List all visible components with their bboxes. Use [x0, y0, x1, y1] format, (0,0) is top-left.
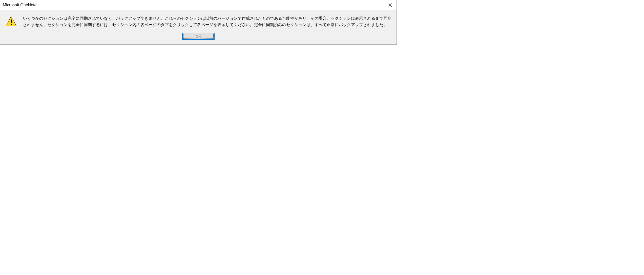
message-row: いくつかのセクションは完全に同期されていなく、バックアップできません。これらのセ… [5, 15, 391, 28]
dialog-title: Microsoft OneNote [3, 3, 36, 7]
close-icon [388, 3, 392, 7]
svg-rect-4 [11, 24, 12, 25]
button-row: OK [5, 33, 391, 40]
svg-rect-3 [11, 19, 12, 23]
ok-button-label: OK [196, 34, 201, 38]
ok-button[interactable]: OK [182, 33, 215, 40]
dialog-message: いくつかのセクションは完全に同期されていなく、バックアップできません。これらのセ… [23, 15, 391, 28]
dialog-window: Microsoft OneNote いくつかのセクションは完全に同期されていなく… [0, 0, 397, 45]
dialog-content: いくつかのセクションは完全に同期されていなく、バックアップできません。これらのセ… [0, 10, 397, 44]
warning-icon [5, 16, 17, 27]
titlebar: Microsoft OneNote [0, 0, 397, 10]
close-button[interactable] [384, 0, 397, 10]
